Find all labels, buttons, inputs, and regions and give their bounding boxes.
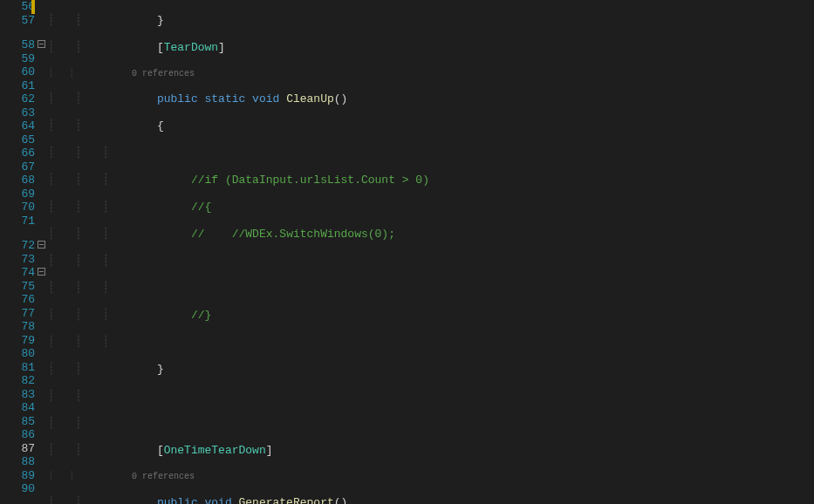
- line-number: 66: [0, 146, 35, 160]
- code-line[interactable]: ┊ ┊: [48, 390, 814, 404]
- line-number-gutter: 56 57 58 59 60 61 62 63 64 65 66 67 68 6…: [0, 0, 35, 504]
- code-editor[interactable]: 56 57 58 59 60 61 62 63 64 65 66 67 68 6…: [0, 0, 814, 504]
- line-number: 75: [0, 280, 35, 294]
- outline-gutter: [35, 0, 48, 504]
- line-number: 73: [0, 253, 35, 267]
- line-number: 61: [0, 79, 35, 93]
- line-number: 62: [0, 92, 35, 106]
- code-line[interactable]: ┊ ┊ [TearDown]: [48, 41, 814, 55]
- line-number: 59: [0, 52, 35, 66]
- line-number: 68: [0, 174, 35, 187]
- line-number: 64: [0, 119, 35, 133]
- line-number: 65: [0, 133, 35, 147]
- line-number: 63: [0, 106, 35, 120]
- line-number: 69: [0, 187, 35, 201]
- code-line[interactable]: ┊ ┊ }: [48, 14, 814, 28]
- line-number: 58: [0, 38, 35, 52]
- codelens-references[interactable]: ┊ ┊ 0 references: [48, 471, 814, 482]
- code-line[interactable]: ┊ ┊ ┊: [48, 336, 814, 350]
- change-marker-icon: [31, 0, 35, 14]
- line-number: 84: [0, 401, 35, 415]
- line-number: 76: [0, 293, 35, 307]
- line-number: 57: [0, 14, 35, 28]
- collapse-toggle-icon[interactable]: [38, 40, 45, 48]
- line-number: 85: [0, 415, 35, 429]
- line-number: 67: [0, 160, 35, 174]
- line-number: 86: [0, 428, 35, 442]
- codelens-spacer: [0, 27, 35, 38]
- code-line[interactable]: ┊ ┊ ┊ //}: [48, 309, 814, 323]
- collapse-toggle-icon[interactable]: [38, 268, 45, 276]
- code-line[interactable]: ┊ ┊ ┊ //{: [48, 201, 814, 215]
- line-number-current: 87: [0, 442, 35, 456]
- code-line[interactable]: ┊ ┊ ┊ // //WDEx.SwitchWindows(0);: [48, 228, 814, 242]
- line-number: 88: [0, 455, 35, 469]
- code-line[interactable]: ┊ ┊ {: [48, 119, 814, 133]
- line-number: 70: [0, 201, 35, 215]
- code-area[interactable]: ┊ ┊ } ┊ ┊ [TearDown] ┊ ┊ 0 references ┊ …: [48, 0, 814, 504]
- line-number: 82: [0, 374, 35, 388]
- line-number: 80: [0, 347, 35, 361]
- code-line[interactable]: ┊ ┊ public static void CleanUp(): [48, 92, 814, 106]
- line-number: 89: [0, 469, 35, 483]
- code-line[interactable]: ┊ ┊ public void GenerateReport(): [48, 496, 814, 505]
- collapse-toggle-icon[interactable]: [38, 241, 45, 249]
- codelens-references[interactable]: ┊ ┊ 0 references: [48, 68, 814, 79]
- line-number: 74: [0, 266, 35, 280]
- code-line[interactable]: ┊ ┊ ┊: [48, 146, 814, 160]
- code-line[interactable]: ┊ ┊ ┊: [48, 282, 814, 296]
- code-line[interactable]: ┊ ┊: [48, 417, 814, 431]
- codelens-spacer: [0, 228, 35, 239]
- code-line[interactable]: ┊ ┊ }: [48, 363, 814, 377]
- line-number: 77: [0, 307, 35, 321]
- line-number: 90: [0, 482, 35, 496]
- line-number: 83: [0, 388, 35, 402]
- line-number: 72: [0, 239, 35, 253]
- line-number: 71: [0, 215, 35, 228]
- line-number: 78: [0, 320, 35, 334]
- line-number: 60: [0, 65, 35, 79]
- code-line[interactable]: ┊ ┊ ┊: [48, 255, 814, 269]
- code-line[interactable]: ┊ ┊ ┊ //if (DataInput.urlsList.Count > 0…: [48, 174, 814, 187]
- code-line[interactable]: ┊ ┊ [OneTimeTearDown]: [48, 444, 814, 458]
- line-number: 56: [0, 0, 35, 14]
- line-number: 81: [0, 361, 35, 375]
- line-number: 79: [0, 334, 35, 348]
